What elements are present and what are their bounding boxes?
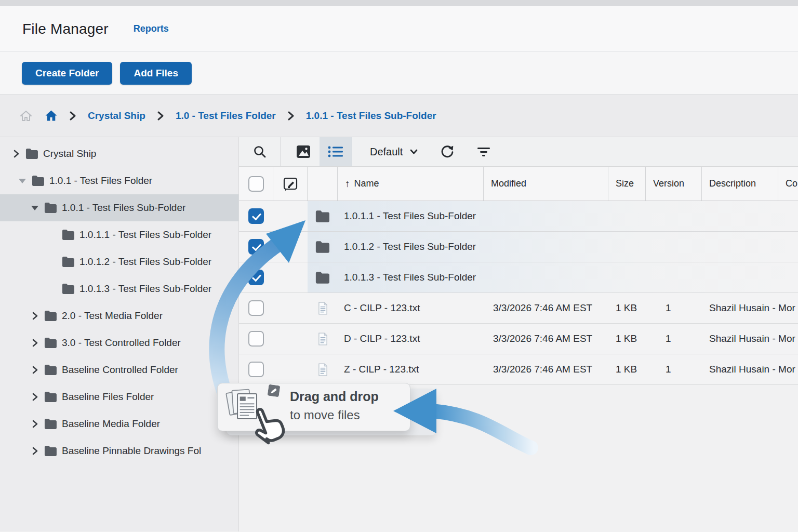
tree-item-crystal-ship[interactable]: Crystal Ship [0,140,238,167]
row-name[interactable]: Z - CILP - 123.txt [338,354,484,384]
folder-icon [44,391,58,403]
file-icon [318,363,328,376]
annotation-column-header[interactable] [273,167,308,201]
tree-item-baseline-controlled-folder[interactable]: Baseline Controlled Folder [0,356,238,383]
controlled-column-header[interactable]: Co [778,167,798,201]
description-column-header[interactable]: Description [702,167,778,201]
tree-item-label: Baseline Pinnable Drawings Fol [62,445,201,457]
home-outline-icon[interactable] [20,110,32,122]
row-checkbox[interactable] [248,300,264,316]
row-select-cell [239,324,273,354]
folder-icon [44,418,58,430]
table-row[interactable]: 1.0.1.1 - Test Files Sub-Folder [239,201,798,232]
size-column-header[interactable]: Size [608,167,646,201]
folder-icon [61,256,75,268]
row-modified [484,262,608,292]
row-size [608,232,646,262]
row-version: 1 [646,324,702,354]
table-row[interactable]: 1.0.1.2 - Test Files Sub-Folder [239,232,798,262]
tree-item-label: 1.0.1.2 - Test Files Sub-Folder [79,256,211,268]
chevron-down-icon[interactable] [26,206,44,210]
chevron-right-icon[interactable] [7,149,25,158]
row-size [608,262,646,292]
breadcrumb-item[interactable]: Crystal Ship [88,110,145,122]
version-column-header[interactable]: Version [646,167,702,201]
row-modified: 3/3/2026 7:46 AM EST [484,324,608,354]
row-select-cell [239,354,273,384]
create-folder-button[interactable]: Create Folder [22,62,112,85]
page-body: Crystal Ship 1.0.1 - Test Files Folder 1… [0,137,798,531]
row-name[interactable]: 1.0.1.1 - Test Files Sub-Folder [338,201,484,231]
row-version [646,262,702,292]
chevron-right-icon[interactable] [26,446,44,456]
name-column-header[interactable]: ↑ Name [338,167,484,201]
row-description [702,232,798,262]
annotation-cell [273,293,308,323]
reports-link[interactable]: Reports [134,23,169,34]
chevron-right-icon[interactable] [26,392,44,402]
thumbnail-view-button[interactable] [287,137,320,166]
list-toolbar: Default [239,137,798,167]
filter-button[interactable] [466,137,502,166]
home-icon[interactable] [45,110,58,122]
add-files-button[interactable]: Add Files [120,62,192,85]
tree-item-label: 1.0.1 - Test Files Folder [49,175,152,187]
row-select-cell [239,293,273,323]
type-cell [308,324,338,354]
row-checkbox[interactable] [248,362,264,377]
folder-icon [44,310,58,322]
tree-item-sub-folder-1[interactable]: 1.0.1.1 - Test Files Sub-Folder [0,221,238,248]
list-view-button-selected[interactable] [320,137,352,166]
modified-column-header[interactable]: Modified [484,167,608,201]
folder-icon [44,364,58,376]
tree-item-baseline-files-folder[interactable]: Baseline Files Folder [0,383,238,410]
page-title: File Manager [22,21,109,37]
row-checkbox[interactable] [248,270,264,285]
table-row[interactable]: C - CILP - 123.txt 3/3/2026 7:46 AM EST … [239,293,798,324]
chevron-down-icon[interactable] [14,179,31,183]
row-name[interactable]: D - CILP - 123.txt [338,324,484,354]
tree-item-sub-folder-3[interactable]: 1.0.1.3 - Test Files Sub-Folder [0,275,238,302]
row-modified: 3/3/2026 7:46 AM EST [484,354,608,384]
app-header: File Manager Reports [0,6,798,52]
row-name[interactable]: C - CILP - 123.txt [338,293,484,323]
table-row[interactable]: Z - CILP - 123.txt 3/3/2026 7:46 AM EST … [239,354,798,385]
row-checkbox[interactable] [248,239,264,255]
tree-item-sub-folder-2[interactable]: 1.0.1.2 - Test Files Sub-Folder [0,248,238,275]
chevron-right-icon[interactable] [26,419,44,429]
tree-item-baseline-media-folder[interactable]: Baseline Media Folder [0,410,238,437]
breadcrumb-item[interactable]: 1.0 - Test Files Folder [176,110,276,122]
row-select-cell [239,201,273,231]
tree-item-baseline-pinnable-drawings[interactable]: Baseline Pinnable Drawings Fol [0,437,238,464]
type-cell [308,262,338,292]
select-all-checkbox[interactable] [248,176,264,192]
folder-icon [61,283,75,295]
table-row[interactable]: 1.0.1.3 - Test Files Sub-Folder [239,262,798,293]
tree-item-test-controlled-folder[interactable]: 3.0 - Test Controlled Folder [0,329,238,356]
annotation-cell [273,262,308,292]
tree-item-test-files-sub-folder-selected[interactable]: 1.0.1 - Test Files Sub-Folder [0,194,238,221]
row-modified [484,232,608,262]
tree-item-test-media-folder[interactable]: 2.0 - Test Media Folder [0,302,238,329]
row-checkbox[interactable] [248,208,264,224]
folder-icon [315,241,330,254]
view-selector-dropdown[interactable]: Default [370,137,418,166]
chevron-right-icon[interactable] [26,311,44,321]
folder-icon [315,271,330,284]
row-checkbox[interactable] [248,331,264,347]
tree-item-label: Baseline Controlled Folder [62,364,178,376]
chevron-right-icon[interactable] [26,365,44,375]
tree-item-label: 1.0.1.3 - Test Files Sub-Folder [79,283,211,295]
tree-item-test-files-folder[interactable]: 1.0.1 - Test Files Folder [0,167,238,194]
breadcrumb: Crystal Ship 1.0 - Test Files Folder 1.0… [0,95,798,137]
table-row[interactable]: D - CILP - 123.txt 3/3/2026 7:46 AM EST … [239,324,798,354]
annotation-cell [273,354,308,384]
annotation-cell [273,324,308,354]
breadcrumb-item-current[interactable]: 1.0.1 - Test Files Sub-Folder [306,110,436,122]
chevron-right-icon[interactable] [26,338,44,348]
row-name[interactable]: 1.0.1.3 - Test Files Sub-Folder [338,262,484,292]
search-button[interactable] [239,137,281,166]
type-cell [308,354,338,384]
row-name[interactable]: 1.0.1.2 - Test Files Sub-Folder [338,232,484,262]
refresh-button[interactable] [429,137,466,166]
